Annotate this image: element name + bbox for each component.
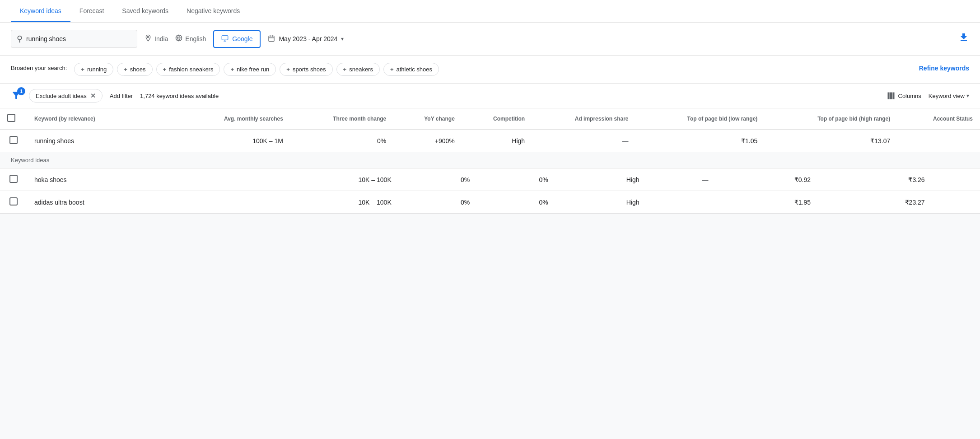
location-icon xyxy=(145,34,152,43)
row-keyword: hoka shoes xyxy=(27,168,241,191)
chip-plus-icon: + xyxy=(230,66,234,73)
row-three-month: 0% xyxy=(290,129,393,152)
table-header-row: Keyword (by relevance) Avg. monthly sear… xyxy=(0,108,980,129)
keyword-ideas-section-label: Keyword ideas xyxy=(0,152,980,168)
chip-sneakers[interactable]: + sneakers xyxy=(336,63,380,76)
columns-label: Columns xyxy=(898,93,921,99)
columns-button[interactable]: Columns xyxy=(887,91,921,100)
row-bid-low: ₹0.92 xyxy=(715,168,818,191)
chip-nike-free-run-label: nike free run xyxy=(237,66,269,73)
row-ad-impression: — xyxy=(532,129,635,152)
chip-fashion-sneakers-label: fashion sneakers xyxy=(169,66,213,73)
col-header-checkbox xyxy=(0,108,27,129)
col-header-avg-monthly[interactable]: Avg. monthly searches xyxy=(178,108,290,129)
row-bid-low: ₹1.05 xyxy=(636,129,765,152)
chip-nike-free-run[interactable]: + nike free run xyxy=(224,63,276,76)
location-label: India xyxy=(154,35,168,42)
tab-keyword-ideas[interactable]: Keyword ideas xyxy=(11,0,70,22)
chip-plus-icon: + xyxy=(124,66,127,73)
date-range-button[interactable]: May 2023 - Apr 2024 ▾ xyxy=(268,35,344,43)
keyword-view-button[interactable]: Keyword view ▾ xyxy=(929,93,969,99)
network-icon xyxy=(221,35,229,43)
row-avg-monthly: 10K – 100K xyxy=(241,191,398,214)
col-header-ad-impression[interactable]: Ad impression share xyxy=(532,108,635,129)
keyword-table: Keyword (by relevance) Avg. monthly sear… xyxy=(0,108,980,152)
chip-sports-shoes[interactable]: + sports shoes xyxy=(280,63,332,76)
row-yoy: 0% xyxy=(477,191,555,214)
row-ad-impression: — xyxy=(647,191,716,214)
row-bid-high: ₹13.07 xyxy=(765,129,897,152)
exclude-adult-pill[interactable]: Exclude adult ideas ✕ xyxy=(29,89,103,103)
col-header-three-month[interactable]: Three month change xyxy=(290,108,393,129)
keyword-view-label: Keyword view xyxy=(929,93,965,99)
search-box[interactable]: ⚲ xyxy=(11,30,137,48)
col-header-bid-high[interactable]: Top of page bid (high range) xyxy=(765,108,897,129)
row-checkbox-cell xyxy=(0,168,27,191)
row-bid-high: ₹23.27 xyxy=(818,191,932,214)
col-header-account-status[interactable]: Account Status xyxy=(897,108,980,129)
table-row: hoka shoes 10K – 100K 0% 0% High — ₹0.92… xyxy=(0,168,980,191)
broaden-chips: + running + shoes + fashion sneakers + n… xyxy=(74,63,911,76)
row-checkbox-cell xyxy=(0,191,27,214)
language-label: English xyxy=(185,35,206,42)
row-account-status xyxy=(932,168,980,191)
row-avg-monthly: 10K – 100K xyxy=(241,168,398,191)
language-filter[interactable]: English xyxy=(175,34,206,43)
row-competition: High xyxy=(555,168,647,191)
row-checkbox[interactable] xyxy=(9,136,18,144)
keyword-ideas-table: hoka shoes 10K – 100K 0% 0% High — ₹0.92… xyxy=(0,168,980,214)
row-account-status xyxy=(897,129,980,152)
select-all-checkbox[interactable] xyxy=(7,114,15,122)
row-account-status xyxy=(932,191,980,214)
row-checkbox[interactable] xyxy=(9,197,18,205)
svg-rect-3 xyxy=(269,36,274,41)
tab-bar: Keyword ideas Forecast Saved keywords Ne… xyxy=(0,0,980,23)
chip-athletic-shoes-label: athletic shoes xyxy=(397,66,433,73)
table-row: adidas ultra boost 10K – 100K 0% 0% High… xyxy=(0,191,980,214)
col-header-bid-low[interactable]: Top of page bid (low range) xyxy=(636,108,765,129)
row-keyword: adidas ultra boost xyxy=(27,191,241,214)
row-keyword: running shoes xyxy=(27,129,178,152)
exclude-adult-label: Exclude adult ideas xyxy=(36,93,87,99)
row-bid-high: ₹3.26 xyxy=(818,168,932,191)
col-header-keyword[interactable]: Keyword (by relevance) xyxy=(27,108,178,129)
search-input[interactable] xyxy=(26,35,131,42)
row-checkbox-cell xyxy=(0,129,27,152)
network-button[interactable]: Google xyxy=(213,30,261,48)
filter-icon-wrap: 1 xyxy=(11,90,22,102)
row-three-month: 0% xyxy=(399,191,477,214)
refine-keywords-button[interactable]: Refine keywords xyxy=(919,63,969,72)
chip-running[interactable]: + running xyxy=(74,63,113,76)
chip-plus-icon: + xyxy=(286,66,290,73)
tab-negative-keywords[interactable]: Negative keywords xyxy=(177,0,249,22)
row-checkbox[interactable] xyxy=(9,175,18,183)
row-ad-impression: — xyxy=(647,168,716,191)
network-label: Google xyxy=(232,35,252,42)
date-range-label: May 2023 - Apr 2024 xyxy=(279,35,337,42)
col-header-competition[interactable]: Competition xyxy=(462,108,532,129)
exclude-adult-close-icon[interactable]: ✕ xyxy=(90,92,96,99)
col-header-yoy[interactable]: YoY change xyxy=(393,108,462,129)
keyword-view-chevron-icon: ▾ xyxy=(966,93,969,99)
search-icon: ⚲ xyxy=(17,34,23,44)
chip-athletic-shoes[interactable]: + athletic shoes xyxy=(383,63,439,76)
add-filter-button[interactable]: Add filter xyxy=(110,93,133,99)
date-chevron-icon: ▾ xyxy=(341,36,344,42)
download-button[interactable] xyxy=(958,32,969,46)
row-avg-monthly: 100K – 1M xyxy=(178,129,290,152)
tab-forecast[interactable]: Forecast xyxy=(70,0,113,22)
chip-shoes[interactable]: + shoes xyxy=(117,63,152,76)
ideas-count: 1,724 keyword ideas available xyxy=(140,93,219,99)
chip-running-label: running xyxy=(87,66,107,73)
broaden-label: Broaden your search: xyxy=(11,63,67,71)
row-yoy: 0% xyxy=(477,168,555,191)
chip-fashion-sneakers[interactable]: + fashion sneakers xyxy=(156,63,220,76)
row-yoy: +900% xyxy=(393,129,462,152)
chip-plus-icon: + xyxy=(390,66,394,73)
row-three-month: 0% xyxy=(399,168,477,191)
broaden-area: Broaden your search: + running + shoes +… xyxy=(0,56,980,84)
location-filter[interactable]: India xyxy=(145,34,168,43)
row-bid-low: ₹1.95 xyxy=(715,191,818,214)
tab-saved-keywords[interactable]: Saved keywords xyxy=(113,0,177,22)
chip-plus-icon: + xyxy=(81,66,84,73)
